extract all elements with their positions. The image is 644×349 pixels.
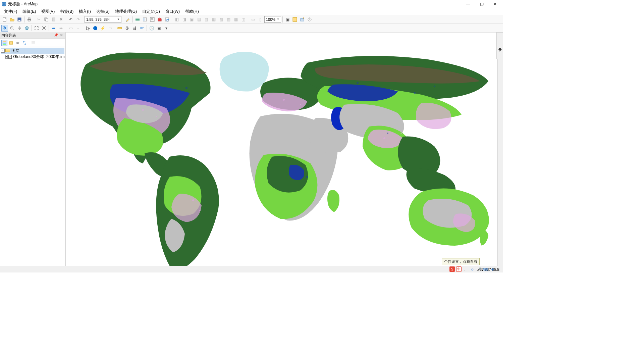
hyperlink-button[interactable]: ⚡ (99, 25, 106, 32)
delete-button[interactable]: ✕ (58, 16, 64, 23)
find-button[interactable] (124, 25, 130, 32)
measure-button[interactable] (116, 25, 123, 32)
identify-button[interactable]: i (92, 25, 99, 32)
svg-text:i: i (95, 27, 95, 30)
menu-geoprocessing[interactable]: 地理处理(G) (112, 8, 140, 15)
tool5-button[interactable]: ▦ (210, 16, 217, 23)
time-button[interactable]: 🕒 (148, 25, 155, 32)
sogou-ime-icon[interactable]: S (449, 266, 455, 272)
editor-toolbar-button[interactable] (124, 16, 131, 23)
tool3-button[interactable]: ▤ (196, 16, 202, 23)
expand-icon[interactable]: + (5, 55, 8, 59)
model-builder-button[interactable]: ◧ (173, 16, 180, 23)
ime-keyboard-icon[interactable]: ⌨ (483, 266, 488, 272)
catalog-side-tab[interactable]: 目录 (496, 32, 503, 59)
tool6-button[interactable]: ▧ (218, 16, 224, 23)
maximize-button[interactable]: ▢ (475, 0, 488, 8)
menu-file[interactable]: 文件(F) (1, 8, 20, 15)
vertical-scrollbar[interactable]: ▲ (497, 32, 503, 269)
time-slider-button[interactable] (306, 16, 313, 23)
menu-customize[interactable]: 自定义(C) (140, 8, 163, 15)
tool11-button[interactable]: ▯ (257, 16, 264, 23)
find-route-button[interactable]: ⇶ (131, 25, 138, 32)
paste-button[interactable] (50, 16, 57, 23)
svg-rect-6 (28, 18, 30, 19)
svg-rect-21 (293, 17, 297, 21)
select-features-button[interactable]: ▭ (67, 25, 74, 32)
redo-button[interactable]: ↷ (75, 16, 82, 23)
list-by-drawing-order-button[interactable] (1, 40, 7, 46)
select-elements-button[interactable] (85, 25, 91, 32)
data-frame-tools-button[interactable]: ▣ (284, 16, 291, 23)
create-viewer-button[interactable]: ▣ (156, 25, 162, 32)
prev-extent-button[interactable]: ⬅ (50, 25, 57, 32)
scale-combo[interactable]: 1:88, 376, 384▼ (85, 16, 121, 23)
goto-xy-button[interactable]: XY (139, 25, 145, 32)
list-by-selection-button[interactable] (21, 40, 28, 46)
ime-smiley-icon[interactable]: ☺ (470, 266, 475, 272)
full-extent-button[interactable] (23, 25, 30, 32)
toc-tree[interactable]: − 图层 + ✓ Globeland30全球_2000年.img (0, 47, 65, 272)
cut-button[interactable]: ✂ (36, 16, 42, 23)
zoom-in-button[interactable] (1, 25, 8, 32)
catalog-button[interactable] (142, 16, 148, 23)
menu-edit[interactable]: 编辑(E) (20, 8, 39, 15)
layer-visibility-checkbox[interactable]: ✓ (8, 55, 12, 59)
tool9-button[interactable]: ◫ (240, 16, 247, 23)
svg-point-51 (142, 109, 144, 111)
new-button[interactable] (1, 16, 8, 23)
ime-lang-icon[interactable]: 中 (456, 266, 462, 272)
zoom-out-button[interactable] (9, 25, 15, 32)
fixed-zoom-in-button[interactable] (33, 25, 40, 32)
ime-punct-icon[interactable]: 。 (463, 266, 468, 272)
pan-button[interactable] (16, 25, 23, 32)
fixed-zoom-out-button[interactable] (41, 25, 47, 32)
arctoolbox-button[interactable] (156, 16, 163, 23)
tree-root-layers[interactable]: − 图层 (1, 48, 64, 54)
collapse-icon[interactable]: − (1, 49, 5, 53)
toc-button[interactable] (134, 16, 141, 23)
tree-layer-globeland30[interactable]: + ✓ Globeland30全球_2000年.img (1, 54, 64, 60)
close-icon[interactable]: ✕ (59, 33, 64, 38)
main-area: 内容列表 📌 ✕ − 图层 + ✓ Globeland30全球_2000年.im… (0, 32, 503, 272)
georef-button[interactable] (291, 16, 298, 23)
html-popup-button[interactable]: ▭ (107, 25, 113, 32)
map-canvas[interactable] (65, 32, 497, 269)
tool8-button[interactable]: ▩ (232, 16, 239, 23)
ime-mic-icon[interactable]: 🎤 (476, 266, 482, 272)
tool7-button[interactable]: ▨ (225, 16, 232, 23)
tool10-button[interactable]: ▭ (250, 16, 256, 23)
menu-select[interactable]: 选择(S) (94, 8, 112, 15)
tool4-button[interactable]: ▥ (203, 16, 210, 23)
svg-rect-12 (136, 19, 140, 20)
open-button[interactable] (9, 16, 15, 23)
python-button[interactable]: py (164, 16, 170, 23)
menu-view[interactable]: 视图(V) (39, 8, 57, 15)
toc-options-button[interactable] (30, 40, 36, 46)
tool1-button[interactable]: ◨ (181, 16, 187, 23)
next-extent-button[interactable]: ➡ (58, 25, 64, 32)
menu-bookmark[interactable]: 书签(B) (57, 8, 76, 15)
svg-rect-15 (143, 18, 145, 21)
pin-icon[interactable]: 📌 (54, 33, 58, 38)
add-data-button[interactable]: + (299, 16, 306, 23)
ime-more-icon[interactable]: ⋮ (496, 266, 502, 272)
map-view-wrap: ▲ ▦ ▭ ↻ ⏸ ◀ ▶ (65, 32, 503, 272)
menu-help[interactable]: 帮助(H) (182, 8, 202, 15)
menu-insert[interactable]: 插入(I) (76, 8, 93, 15)
clear-selection-button[interactable]: ▫ (75, 25, 82, 32)
undo-button[interactable]: ↶ (67, 16, 74, 23)
close-button[interactable]: ✕ (488, 0, 502, 8)
copy-button[interactable] (43, 16, 50, 23)
list-by-source-button[interactable] (8, 40, 14, 46)
layout-zoom-combo[interactable]: 100%▼ (264, 16, 281, 23)
list-by-visibility-button[interactable] (15, 40, 21, 46)
menu-window[interactable]: 窗口(W) (163, 8, 182, 15)
search-window-button[interactable] (149, 16, 156, 23)
ime-settings-icon[interactable]: ⚙ (490, 266, 495, 272)
save-button[interactable] (16, 16, 23, 23)
minimize-button[interactable]: — (462, 0, 475, 8)
tool2-button[interactable]: ▣ (188, 16, 195, 23)
viewer-dropdown-button[interactable]: ▾ (163, 25, 170, 32)
print-button[interactable] (26, 16, 33, 23)
